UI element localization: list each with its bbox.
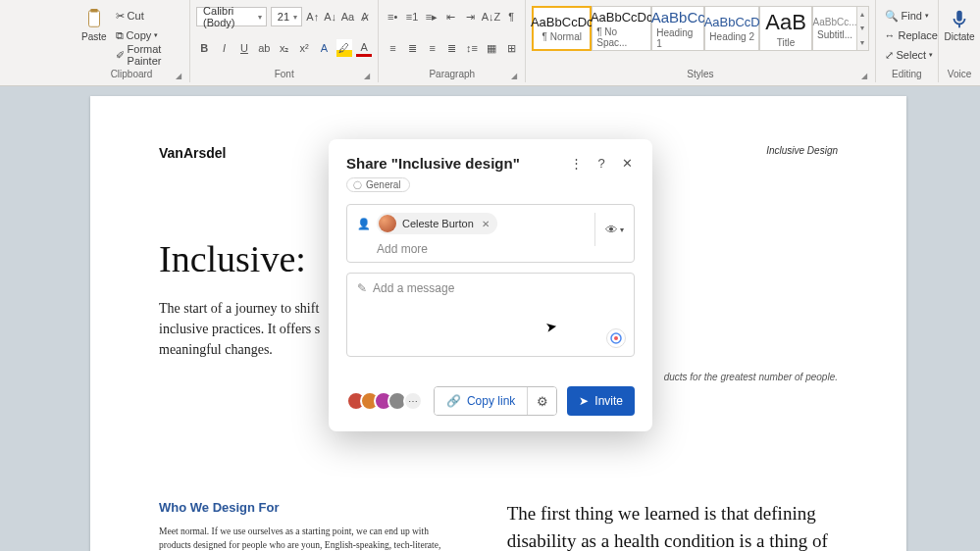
copy-button[interactable]: ⧉Copy▾	[113, 25, 184, 45]
style-no-spacing[interactable]: AaBbCcDc¶ No Spac...	[592, 6, 651, 51]
permission-dropdown[interactable]: 👁 ▾	[594, 213, 624, 246]
find-button[interactable]: 🔍Find▾	[882, 6, 933, 25]
dialog-launcher-icon[interactable]: ◢	[364, 72, 370, 80]
group-paragraph: ≡• ≡1 ≡▸ ⇤ ⇥ A↓Z ¶ ≡ ≣ ≡ ≣ ↕≡ ▦ ⊞ Paragr…	[379, 0, 526, 82]
people-input[interactable]: 👤 Celeste Burton ✕ Add more 👁 ▾	[346, 204, 635, 263]
close-icon[interactable]: ✕	[619, 156, 635, 171]
select-button[interactable]: ⤢Select▾	[882, 45, 933, 65]
replace-button[interactable]: ↔Replace	[882, 25, 933, 45]
link-settings-button[interactable]: ⚙	[527, 387, 556, 415]
line-spacing-icon[interactable]: ↕≡	[464, 39, 480, 57]
indent-icon[interactable]: ⇥	[463, 8, 479, 25]
dictate-button[interactable]: Dictate	[945, 6, 974, 44]
paste-button[interactable]: Paste	[79, 6, 109, 65]
align-center-icon[interactable]: ≣	[404, 39, 420, 57]
brush-icon: ✐	[116, 49, 125, 62]
mic-icon	[949, 8, 970, 29]
styles-down-icon[interactable]: ▾	[860, 24, 864, 32]
svg-rect-0	[88, 11, 99, 27]
change-case-icon[interactable]: Aa	[341, 8, 355, 25]
font-name-select[interactable]: Calibri (Body)	[196, 7, 267, 26]
styles-more-icon[interactable]: ▾	[860, 38, 864, 47]
copy-link-button[interactable]: 🔗 Copy link	[435, 387, 527, 415]
compose-icon: ✎	[357, 281, 367, 295]
borders-icon[interactable]: ⊞	[503, 39, 519, 57]
avatar	[379, 215, 396, 232]
copilot-icon[interactable]	[606, 328, 626, 348]
strike-icon[interactable]: ab	[256, 39, 272, 57]
dialog-launcher-icon[interactable]: ◢	[511, 72, 517, 80]
scissors-icon: ✂	[116, 10, 125, 23]
multilevel-icon[interactable]: ≡▸	[424, 8, 439, 25]
person-chip[interactable]: Celeste Burton ✕	[377, 213, 497, 234]
svg-rect-2	[956, 11, 962, 22]
cut-button[interactable]: ✂Cut	[113, 6, 184, 25]
format-painter-button[interactable]: ✐Format Painter	[113, 45, 184, 65]
sort-icon[interactable]: A↓Z	[482, 8, 499, 25]
replace-icon: ↔	[885, 29, 896, 41]
shading-icon[interactable]: ▦	[484, 39, 499, 57]
eye-icon: 👁	[605, 223, 618, 237]
link-icon: 🔗	[446, 394, 461, 408]
person-icon: 👤	[357, 218, 371, 230]
highlight-icon[interactable]: 🖊	[336, 39, 352, 57]
group-font: Calibri (Body) 21 A↑ A↓ Aa A̷ B I U ab x…	[190, 0, 379, 82]
numbering-icon[interactable]: ≡1	[404, 8, 420, 25]
superscript-icon[interactable]: x²	[296, 39, 312, 57]
align-right-icon[interactable]: ≡	[425, 39, 440, 57]
style-heading-2[interactable]: AaBbCcDHeading 2	[704, 6, 759, 51]
scope-chip[interactable]: General	[346, 177, 410, 192]
style-subtitle[interactable]: AaBbCc...Subtitl...	[812, 6, 857, 51]
bullets-icon[interactable]: ≡•	[385, 8, 400, 25]
select-icon: ⤢	[885, 49, 894, 62]
group-label-styles: Styles	[687, 69, 713, 79]
show-marks-icon[interactable]: ¶	[503, 8, 519, 25]
brand-logo: VanArsdel	[159, 145, 226, 161]
group-label-font: Font	[275, 69, 294, 79]
add-more-placeholder[interactable]: Add more	[377, 242, 587, 256]
justify-icon[interactable]: ≣	[444, 39, 460, 57]
invite-button[interactable]: ➤ Invite	[567, 386, 635, 416]
doc-blurb: Meet normal. If we use ourselves as a st…	[159, 525, 460, 551]
share-dialog: Share "Inclusive design" ⋮ ? ✕ General 👤…	[329, 139, 652, 431]
message-input[interactable]: ✎ Add a message	[346, 273, 635, 357]
copy-icon: ⧉	[116, 29, 124, 42]
grow-font-icon[interactable]: A↑	[306, 8, 320, 25]
italic-icon[interactable]: I	[216, 39, 232, 57]
more-avatars-icon[interactable]: ⋯	[403, 391, 423, 411]
help-icon[interactable]: ?	[593, 156, 609, 171]
underline-icon[interactable]: U	[236, 39, 252, 57]
text-effects-icon[interactable]: A	[316, 39, 332, 57]
search-icon: 🔍	[885, 10, 899, 23]
ribbon: Paste ✂Cut ⧉Copy▾ ✐Format Painter Clipbo…	[0, 0, 980, 86]
outdent-icon[interactable]: ⇤	[443, 8, 459, 25]
bold-icon[interactable]: B	[196, 39, 212, 57]
group-clipboard: Paste ✂Cut ⧉Copy▾ ✐Format Painter Clipbo…	[74, 0, 190, 82]
style-title[interactable]: AaBTitle	[759, 6, 812, 51]
person-name: Celeste Burton	[402, 218, 474, 229]
group-editing: 🔍Find▾ ↔Replace ⤢Select▾ Editing	[876, 0, 940, 82]
group-label-clipboard: Clipboard	[111, 69, 153, 79]
group-styles: AaBbCcDc¶ Normal AaBbCcDc¶ No Spac... Aa…	[526, 0, 875, 82]
dialog-launcher-icon[interactable]: ◢	[861, 72, 867, 80]
style-normal[interactable]: AaBbCcDc¶ Normal	[532, 6, 592, 51]
shared-with-avatars[interactable]: ⋯	[346, 391, 434, 411]
dictate-label: Dictate	[944, 31, 974, 42]
styles-up-icon[interactable]: ▴	[860, 10, 864, 19]
more-icon[interactable]: ⋮	[568, 156, 584, 171]
shrink-font-icon[interactable]: A↓	[324, 8, 337, 25]
align-left-icon[interactable]: ≡	[385, 39, 400, 57]
font-color-icon[interactable]: A	[356, 39, 372, 57]
group-label-paragraph: Paragraph	[429, 69, 475, 79]
clear-format-icon[interactable]: A̷	[358, 8, 372, 25]
dialog-launcher-icon[interactable]: ◢	[176, 72, 181, 80]
header-right: Inclusive Design	[766, 145, 838, 156]
font-size-select[interactable]: 21	[271, 7, 302, 26]
subscript-icon[interactable]: x₂	[277, 39, 292, 57]
style-heading-1[interactable]: AaBbCcHeading 1	[651, 6, 704, 51]
gear-icon: ⚙	[537, 394, 548, 409]
remove-person-icon[interactable]: ✕	[480, 219, 491, 229]
doc-column-right: The first thing we learned is that defin…	[507, 500, 838, 551]
mouse-cursor-icon: ➤	[544, 318, 559, 335]
clipboard-icon	[83, 8, 105, 29]
